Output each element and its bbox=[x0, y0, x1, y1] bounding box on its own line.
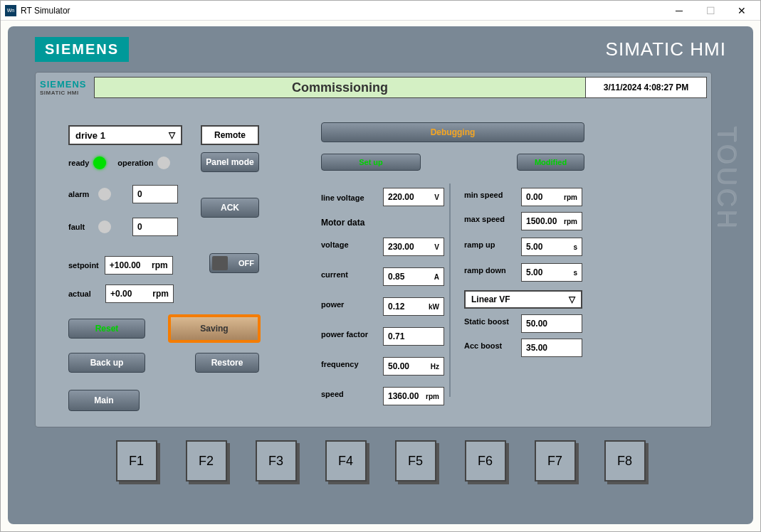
app-window: Wn RT Simulator ─ ☐ ✕ SIEMENS SIMATIC HM… bbox=[0, 0, 761, 532]
minspeed-input[interactable]: 0.00 rpm bbox=[521, 188, 582, 206]
saving-button[interactable]: Saving bbox=[168, 314, 261, 343]
line-voltage-unit: V bbox=[434, 193, 439, 201]
alarm-value[interactable]: 0 bbox=[132, 185, 178, 203]
acc-boost-input[interactable]: 35.00 bbox=[521, 339, 582, 357]
reset-button[interactable]: Reset bbox=[68, 319, 145, 339]
motor-speed-label: speed bbox=[321, 390, 344, 398]
app-icon: Wn bbox=[5, 5, 16, 16]
motor-voltage-label: voltage bbox=[321, 240, 349, 249]
drive-selector[interactable]: drive 1 ▽ bbox=[68, 125, 182, 145]
frame-outer: SIEMENS SIMATIC HMI TOUCH SIEMENS SIMATI… bbox=[1, 21, 760, 531]
window-title: RT Simulator bbox=[21, 6, 665, 16]
titlebar: Wn RT Simulator ─ ☐ ✕ bbox=[1, 1, 760, 21]
ready-label: ready bbox=[68, 159, 89, 167]
motor-freq-unit: Hz bbox=[431, 363, 439, 371]
motor-power-label: power bbox=[321, 300, 344, 309]
motor-current-label: current bbox=[321, 270, 348, 279]
maxspeed-unit: rpm bbox=[564, 218, 577, 225]
modified-button[interactable]: Modified bbox=[517, 154, 584, 171]
rampup-value: 5.00 bbox=[526, 242, 542, 252]
f7-key[interactable]: F7 bbox=[535, 440, 576, 482]
setup-button[interactable]: Set up bbox=[321, 154, 421, 171]
vf-mode-value: Linear VF bbox=[471, 294, 510, 304]
alarm-led-icon bbox=[98, 188, 111, 201]
chevron-down-icon: ▽ bbox=[169, 130, 175, 140]
ack-button[interactable]: ACK bbox=[201, 198, 259, 218]
f5-key[interactable]: F5 bbox=[395, 440, 436, 482]
actual-unit: rpm bbox=[152, 289, 169, 299]
motor-speed-input[interactable]: 1360.00 rpm bbox=[383, 387, 444, 405]
actual-value: +0.00 bbox=[110, 289, 132, 299]
motor-pf-input[interactable]: 0.71 bbox=[383, 327, 444, 346]
maximize-button[interactable]: ☐ bbox=[696, 3, 725, 18]
main-button[interactable]: Main bbox=[68, 390, 140, 411]
screen-siemens: SIEMENS bbox=[40, 79, 94, 90]
f1-key[interactable]: F1 bbox=[116, 440, 157, 482]
rampdown-label: ramp down bbox=[464, 266, 506, 275]
rampup-unit: s bbox=[573, 243, 577, 251]
chevron-down-icon: ▽ bbox=[569, 294, 575, 304]
setpoint-unit: rpm bbox=[152, 260, 168, 270]
off-toggle-wrap: OFF bbox=[209, 253, 259, 273]
actual-row: actual +0.00 rpm bbox=[68, 284, 174, 303]
setpoint-input[interactable]: +100.00 rpm bbox=[105, 256, 173, 275]
motor-current-input[interactable]: 0.85 A bbox=[383, 267, 444, 286]
motor-speed-value: 1360.00 bbox=[388, 391, 419, 401]
motor-pf-label: power factor bbox=[321, 330, 368, 339]
actual-label: actual bbox=[68, 289, 100, 298]
operation-led-icon bbox=[157, 156, 170, 169]
motor-voltage-input[interactable]: 230.00 V bbox=[383, 238, 444, 256]
motor-speed-unit: rpm bbox=[426, 393, 439, 400]
rampup-input[interactable]: 5.00 s bbox=[521, 238, 582, 256]
f3-key[interactable]: F3 bbox=[256, 440, 297, 482]
setpoint-label: setpoint bbox=[68, 261, 99, 270]
close-button[interactable]: ✕ bbox=[728, 3, 756, 18]
motor-freq-value: 50.00 bbox=[388, 361, 409, 371]
ready-led-icon bbox=[93, 156, 106, 169]
simatic-hmi-label: SIMATIC HMI bbox=[606, 38, 726, 60]
setpoint-off-toggle[interactable]: OFF bbox=[209, 253, 259, 273]
screen-header: SIEMENS SIMATIC HMI Commissioning 3/11/2… bbox=[40, 77, 707, 98]
screen-simatic: SIMATIC HMI bbox=[40, 90, 94, 96]
line-voltage-input[interactable]: 220.00 V bbox=[383, 188, 444, 206]
hmi-screen: SIEMENS SIMATIC HMI Commissioning 3/11/2… bbox=[35, 72, 712, 427]
f2-key[interactable]: F2 bbox=[186, 440, 227, 482]
bezel-header: SIEMENS SIMATIC HMI bbox=[14, 32, 747, 66]
maxspeed-label: max speed bbox=[464, 215, 505, 223]
f8-key[interactable]: F8 bbox=[604, 440, 646, 482]
panel-mode-button[interactable]: Panel mode bbox=[201, 152, 259, 172]
touch-label: TOUCH bbox=[712, 126, 742, 230]
motor-voltage-unit: V bbox=[434, 243, 439, 251]
function-keys: F1 F2 F3 F4 F5 F6 F7 F8 bbox=[14, 440, 747, 482]
debugging-button[interactable]: Debugging bbox=[321, 122, 584, 142]
motor-freq-label: frequency bbox=[321, 360, 359, 368]
acc-boost-label: Acc boost bbox=[464, 341, 502, 350]
f6-key[interactable]: F6 bbox=[465, 440, 506, 482]
static-boost-input[interactable]: 50.00 bbox=[521, 314, 582, 333]
backup-button[interactable]: Back up bbox=[68, 353, 145, 373]
fault-value[interactable]: 0 bbox=[132, 218, 178, 236]
minimize-button[interactable]: ─ bbox=[665, 3, 693, 18]
motor-current-value: 0.85 bbox=[388, 272, 404, 282]
rampdown-input[interactable]: 5.00 s bbox=[521, 263, 582, 282]
setpoint-row: setpoint +100.00 rpm bbox=[68, 256, 173, 275]
remote-mode-indicator[interactable]: Remote bbox=[201, 125, 259, 145]
hmi-bezel: SIEMENS SIMATIC HMI TOUCH SIEMENS SIMATI… bbox=[8, 26, 753, 524]
static-boost-value: 50.00 bbox=[526, 319, 547, 329]
motor-voltage-value: 230.00 bbox=[388, 242, 414, 252]
setpoint-value: +100.00 bbox=[110, 260, 141, 270]
vf-mode-selector[interactable]: Linear VF ▽ bbox=[464, 290, 582, 309]
maxspeed-value: 1500.00 bbox=[526, 216, 557, 226]
motor-freq-input[interactable]: 50.00 Hz bbox=[383, 357, 444, 376]
motor-power-unit: kW bbox=[429, 303, 439, 311]
siemens-logo: SIEMENS bbox=[35, 37, 129, 62]
operation-label: operation bbox=[117, 159, 153, 167]
f4-key[interactable]: F4 bbox=[325, 440, 367, 482]
restore-button[interactable]: Restore bbox=[195, 353, 259, 373]
column-divider bbox=[449, 183, 451, 397]
motor-power-input[interactable]: 0.12 kW bbox=[383, 297, 444, 316]
screen-body: drive 1 ▽ Remote Panel mode ACK ready op… bbox=[40, 98, 707, 422]
status-ready-row: ready operation bbox=[68, 156, 170, 169]
alarm-label: alarm bbox=[68, 190, 94, 198]
maxspeed-input[interactable]: 1500.00 rpm bbox=[521, 212, 582, 230]
